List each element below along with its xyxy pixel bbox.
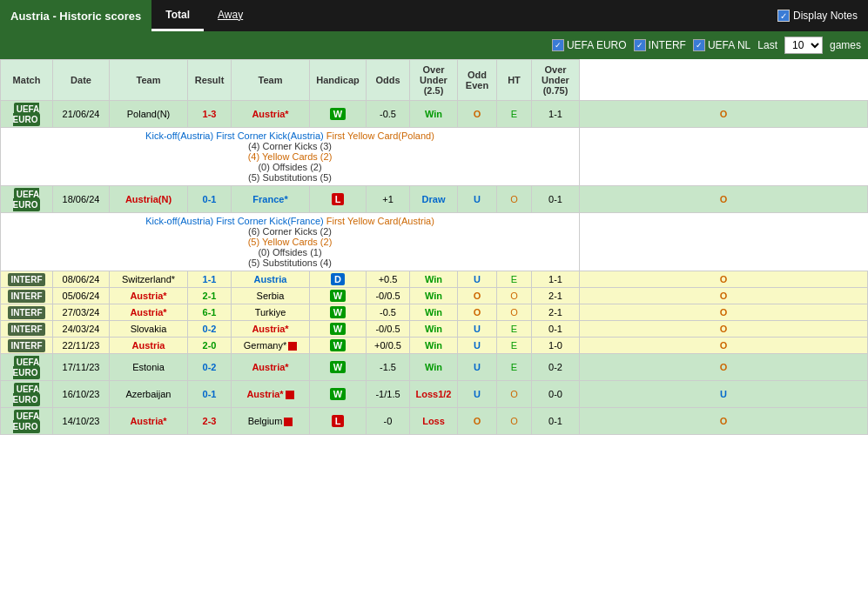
ou075-cell: O <box>580 321 868 338</box>
display-notes-label: Display Notes <box>793 10 858 22</box>
team2-cell: Austria* <box>232 321 310 338</box>
th-team1: Team <box>110 60 188 101</box>
team2-cell: Belgium <box>232 408 310 435</box>
oddeven-cell: O <box>497 288 532 304</box>
ou25-cell: O <box>458 101 497 128</box>
th-result: Result <box>188 60 232 101</box>
score-cell: 1-1 <box>188 271 232 288</box>
ou25-cell: O <box>458 304 497 321</box>
score-cell: 2-0 <box>188 338 232 354</box>
oddeven-cell: E <box>497 321 532 338</box>
team1-cell: Austria* <box>110 288 188 304</box>
filter-uefa-euro[interactable]: ✓ UEFA EURO <box>552 39 627 51</box>
flag-icon <box>286 391 294 399</box>
date-cell: 18/06/24 <box>53 186 110 213</box>
team1-cell: Austria* <box>110 304 188 321</box>
date-cell: 27/03/24 <box>53 304 110 321</box>
handicap-cell: -1/1.5 <box>367 381 410 408</box>
score-cell: 0-2 <box>188 321 232 338</box>
team1-cell: Azerbaijan <box>110 381 188 408</box>
wdl-cell: W <box>310 321 367 338</box>
wdl-cell: L <box>310 408 367 435</box>
score-cell: 6-1 <box>188 304 232 321</box>
th-ht: HT <box>497 60 532 101</box>
flag-icon <box>284 418 293 426</box>
filter-uefa-nl[interactable]: ✓ UEFA NL <box>693 39 750 51</box>
ou075-cell: O <box>580 408 868 435</box>
handicap-cell: -0 <box>367 408 410 435</box>
date-cell: 14/10/23 <box>53 408 110 435</box>
filter-interf[interactable]: ✓ INTERF <box>634 39 686 51</box>
filter-label-uefa: UEFA EURO <box>567 39 627 51</box>
ou25-cell: U <box>458 186 497 213</box>
comp-cell: UEFA EURO <box>1 408 53 435</box>
ou075-cell: U <box>580 381 868 408</box>
th-odds: Odds <box>367 60 410 101</box>
cb-uefa-euro[interactable]: ✓ <box>552 39 564 51</box>
team1-cell: Poland(N) <box>110 101 188 128</box>
ou075-cell: O <box>580 271 868 288</box>
odds-cell: Draw <box>410 186 458 213</box>
ht-cell: 0-1 <box>532 186 580 213</box>
score-cell: 0-1 <box>188 381 232 408</box>
ou075-cell: O <box>580 354 868 381</box>
wdl-cell: D <box>310 271 367 288</box>
table-row: UEFA EURO16/10/23Azerbaijan0-1Austria*W-… <box>1 381 868 408</box>
detail-cell: Kick-off(Austria) First Corner Kick(Aust… <box>1 128 580 186</box>
header-tabs: Total Away <box>151 0 257 31</box>
header: Austria - Historic scores Total Away ✓ D… <box>0 0 868 31</box>
comp-cell: INTERF <box>1 271 53 288</box>
score-cell: 2-1 <box>188 288 232 304</box>
header-right: ✓ Display Notes <box>777 10 868 22</box>
team2-cell: Germany* <box>232 338 310 354</box>
ou075-cell: O <box>580 186 868 213</box>
comp-cell: UEFA EURO <box>1 381 53 408</box>
ou075-cell: O <box>580 101 868 128</box>
team1-cell: Austria(N) <box>110 186 188 213</box>
display-notes-checkbox[interactable]: ✓ <box>777 10 790 22</box>
team2-cell: Austria <box>232 271 310 288</box>
th-date: Date <box>53 60 110 101</box>
flag-icon <box>288 342 297 351</box>
ht-cell: 1-1 <box>532 101 580 128</box>
handicap-cell: +0.5 <box>367 271 410 288</box>
team2-cell: Serbia <box>232 288 310 304</box>
tab-total[interactable]: Total <box>151 0 204 31</box>
odds-cell: Win <box>410 354 458 381</box>
ou25-cell: U <box>458 321 497 338</box>
th-team2: Team <box>232 60 310 101</box>
odds-cell: Win <box>410 271 458 288</box>
wdl-cell: W <box>310 101 367 128</box>
wdl-cell: W <box>310 304 367 321</box>
th-ou075: Over Under (0.75) <box>532 60 580 101</box>
cb-interf[interactable]: ✓ <box>634 39 646 51</box>
handicap-cell: +1 <box>367 186 410 213</box>
team2-cell: Austria* <box>232 101 310 128</box>
table-row: UEFA EURO14/10/23Austria*2-3BelgiumL-0Lo… <box>1 408 868 435</box>
games-label: games <box>830 39 861 51</box>
detail-row: Kick-off(Austria) First Corner Kick(Fran… <box>1 213 868 271</box>
date-cell: 24/03/24 <box>53 321 110 338</box>
header-title: Austria - Historic scores <box>0 0 151 31</box>
last-select[interactable]: 10 20 50 <box>784 37 823 54</box>
comp-cell: UEFA EURO <box>1 101 53 128</box>
cb-uefa-nl[interactable]: ✓ <box>693 39 705 51</box>
ou075-cell: O <box>580 304 868 321</box>
team2-cell: France* <box>232 186 310 213</box>
detail-row: Kick-off(Austria) First Corner Kick(Aust… <box>1 128 868 186</box>
handicap-cell: -0/0.5 <box>367 288 410 304</box>
ou25-cell: U <box>458 338 497 354</box>
wdl-cell: W <box>310 354 367 381</box>
handicap-cell: -0/0.5 <box>367 321 410 338</box>
score-cell: 2-3 <box>188 408 232 435</box>
score-cell: 0-2 <box>188 354 232 381</box>
tab-away[interactable]: Away <box>204 0 257 31</box>
team2-cell: Austria* <box>232 354 310 381</box>
ou075-cell: O <box>580 288 868 304</box>
comp-cell: INTERF <box>1 338 53 354</box>
table-row: INTERF22/11/23Austria2-0Germany*W+0/0.5W… <box>1 338 868 354</box>
score-cell: 0-1 <box>188 186 232 213</box>
table-row: INTERF24/03/24Slovakia0-2Austria*W-0/0.5… <box>1 321 868 338</box>
ht-cell: 2-1 <box>532 304 580 321</box>
table-row: UEFA EURO18/06/24Austria(N)0-1France*L+1… <box>1 186 868 213</box>
